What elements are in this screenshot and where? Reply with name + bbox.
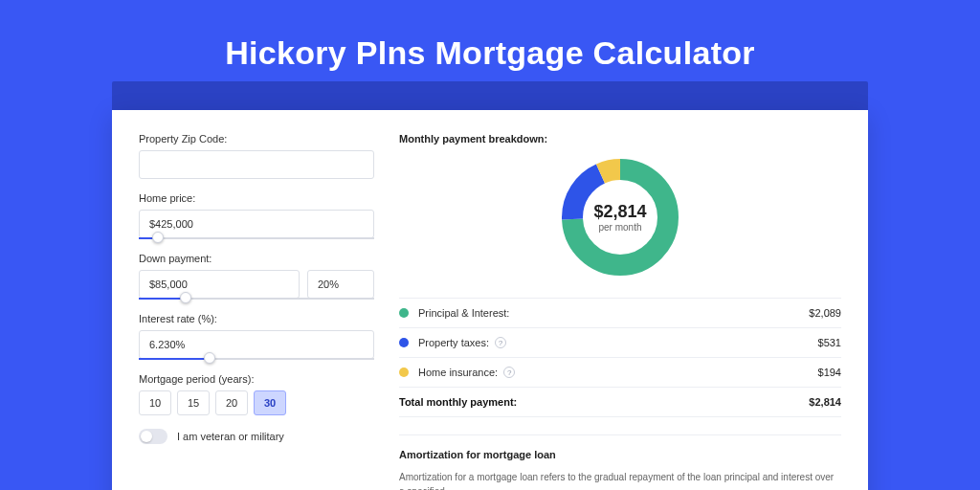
legend-text: Home insurance: bbox=[418, 367, 498, 378]
legend-text: Property taxes: bbox=[418, 337, 489, 348]
home-price-label: Home price: bbox=[139, 192, 374, 204]
slider-thumb[interactable] bbox=[152, 232, 164, 243]
veteran-row: I am veteran or military bbox=[139, 429, 374, 444]
dot-icon bbox=[399, 368, 409, 377]
zip-input[interactable] bbox=[139, 150, 374, 179]
slider-thumb[interactable] bbox=[204, 352, 215, 364]
hero-panel: Hickory Plns Mortgage Calculator Propert… bbox=[0, 0, 980, 490]
legend-label: Property taxes: ? bbox=[418, 337, 818, 348]
interest-label: Interest rate (%): bbox=[139, 313, 374, 324]
legend-label: Principal & Interest: bbox=[418, 307, 809, 319]
legend: Principal & Interest: $2,089 Property ta… bbox=[399, 298, 841, 417]
down-payment-percent-input[interactable] bbox=[307, 270, 374, 299]
period-10[interactable]: 10 bbox=[139, 390, 171, 415]
home-price-slider[interactable] bbox=[139, 237, 374, 239]
slider-fill bbox=[139, 358, 210, 360]
input-column: Property Zip Code: Home price: Down paym… bbox=[139, 133, 374, 490]
card-header-strip bbox=[112, 81, 868, 110]
legend-row-ins: Home insurance: ? $194 bbox=[399, 358, 841, 388]
down-payment-amount-input[interactable] bbox=[139, 270, 300, 299]
legend-row-tax: Property taxes: ? $531 bbox=[399, 328, 841, 358]
down-payment-field: Down payment: bbox=[139, 253, 374, 300]
down-payment-slider[interactable] bbox=[139, 298, 374, 300]
donut-amount: $2,814 bbox=[593, 202, 646, 222]
veteran-toggle[interactable] bbox=[139, 429, 167, 444]
veteran-label: I am veteran or military bbox=[177, 431, 284, 442]
legend-text: Principal & Interest: bbox=[418, 307, 509, 319]
legend-value: $2,089 bbox=[809, 307, 841, 319]
period-label: Mortgage period (years): bbox=[139, 373, 374, 385]
legend-row-pi: Principal & Interest: $2,089 bbox=[399, 299, 841, 328]
breakdown-column: Monthly payment breakdown: $2,814 per mo… bbox=[399, 133, 841, 490]
total-label: Total monthly payment: bbox=[399, 396, 809, 408]
legend-label: Home insurance: ? bbox=[418, 367, 818, 378]
amortization-title: Amortization for mortgage loan bbox=[399, 449, 841, 460]
donut-chart: $2,814 per month bbox=[557, 154, 683, 280]
donut-center: $2,814 per month bbox=[557, 154, 683, 280]
interest-input[interactable] bbox=[139, 330, 374, 359]
donut-chart-wrap: $2,814 per month bbox=[399, 154, 841, 280]
dot-icon bbox=[399, 338, 409, 347]
total-value: $2,814 bbox=[809, 396, 841, 408]
slider-thumb[interactable] bbox=[180, 292, 191, 303]
legend-value: $531 bbox=[818, 337, 841, 348]
dot-icon bbox=[399, 308, 409, 318]
info-icon[interactable]: ? bbox=[503, 367, 515, 378]
period-field: Mortgage period (years): 10 15 20 30 bbox=[139, 373, 374, 415]
legend-value: $194 bbox=[818, 367, 841, 378]
period-15[interactable]: 15 bbox=[177, 390, 210, 415]
interest-field: Interest rate (%): bbox=[139, 313, 374, 360]
amortization-section: Amortization for mortgage loan Amortizat… bbox=[399, 434, 841, 490]
zip-field: Property Zip Code: bbox=[139, 133, 374, 179]
donut-sub: per month bbox=[598, 222, 641, 233]
period-options: 10 15 20 30 bbox=[139, 390, 374, 415]
slider-fill bbox=[139, 298, 186, 300]
down-payment-label: Down payment: bbox=[139, 253, 374, 264]
page-title: Hickory Plns Mortgage Calculator bbox=[0, 34, 980, 72]
amortization-text: Amortization for a mortgage loan refers … bbox=[399, 470, 841, 490]
legend-row-total: Total monthly payment: $2,814 bbox=[399, 388, 841, 417]
period-30[interactable]: 30 bbox=[254, 390, 286, 415]
info-icon[interactable]: ? bbox=[495, 337, 506, 348]
home-price-field: Home price: bbox=[139, 192, 374, 239]
home-price-input[interactable] bbox=[139, 210, 374, 238]
breakdown-title: Monthly payment breakdown: bbox=[399, 133, 841, 145]
zip-label: Property Zip Code: bbox=[139, 133, 374, 145]
interest-slider[interactable] bbox=[139, 358, 374, 360]
period-20[interactable]: 20 bbox=[215, 390, 248, 415]
calculator-card: Property Zip Code: Home price: Down paym… bbox=[112, 110, 868, 490]
